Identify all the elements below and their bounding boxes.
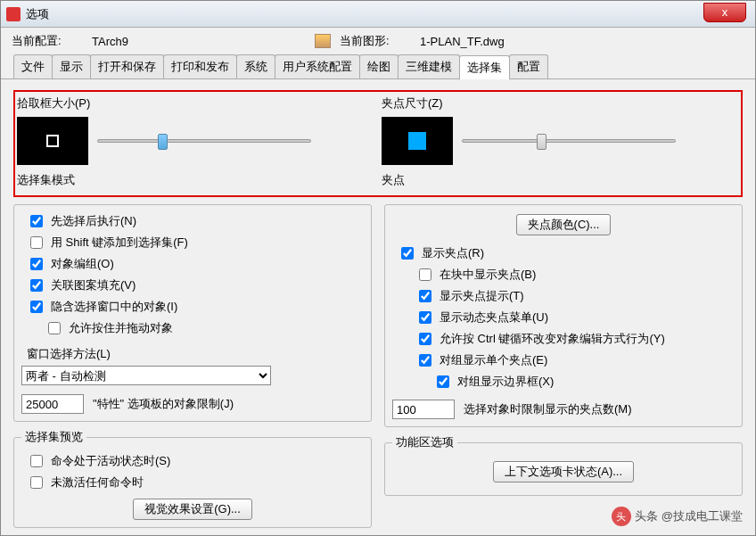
content <box>1 79 755 90</box>
config-row: 当前配置: TArch9 当前图形: 1-PLAN_TF.dwg <box>1 28 755 54</box>
visual-effect-button[interactable]: 视觉效果设置(G)... <box>133 499 252 520</box>
prop-limit-label: "特性" 选项板的对象限制(J) <box>93 396 234 412</box>
ribbon-options-group: 功能区选项 上下文选项卡状态(A)... <box>384 434 743 496</box>
grip-slider[interactable] <box>462 134 676 148</box>
window-title: 选项 <box>26 6 49 22</box>
context-tab-button[interactable]: 上下文选项卡状态(A)... <box>493 461 634 482</box>
tab-7[interactable]: 三维建模 <box>398 54 460 78</box>
lbl-shift: 用 Shift 键添加到选择集(F) <box>51 235 188 251</box>
titlebar: 选项 x <box>1 1 755 28</box>
current-profile-label: 当前配置: <box>12 33 83 49</box>
grip-limit-label: 选择对象时限制显示的夹点数(M) <box>464 401 632 417</box>
lbl-dyngripmenu: 显示动态夹点菜单(U) <box>440 309 548 326</box>
pickbox-slider[interactable] <box>97 134 311 148</box>
drawing-icon <box>315 34 331 48</box>
lbl-blockgrips: 在块中显示夹点(B) <box>440 267 536 283</box>
lbl-drag: 允许按住并拖动对象 <box>69 320 173 336</box>
pickbox-square-icon <box>46 135 59 147</box>
tabs: 文件显示打开和保存打印和发布系统用户系统配置绘图三维建模选择集配置 <box>1 54 755 79</box>
grip-size-label: 夹点尺寸(Z) <box>382 95 739 111</box>
chk-dyngripmenu[interactable] <box>419 311 431 324</box>
close-button[interactable]: x <box>703 3 746 22</box>
chk-showgrips[interactable] <box>401 247 414 260</box>
chk-hatch[interactable] <box>30 279 43 292</box>
lbl-hatch: 关联图案填充(V) <box>51 277 136 293</box>
chk-blockgrips[interactable] <box>419 268 431 281</box>
grips-group: 夹点颜色(C)... 显示夹点(R) 在块中显示夹点(B) 显示夹点提示(T) … <box>384 204 743 427</box>
options-window: 选项 x 当前配置: TArch9 当前图形: 1-PLAN_TF.dwg 文件… <box>0 0 756 536</box>
chk-active[interactable] <box>30 455 43 467</box>
lbl-griptips: 显示夹点提示(T) <box>440 288 524 304</box>
window-method-select[interactable]: 两者 - 自动检测 <box>21 366 271 385</box>
chk-noactive[interactable] <box>30 476 43 489</box>
current-profile-value: TArch9 <box>92 35 270 48</box>
grip-limit-input[interactable] <box>392 400 455 419</box>
window-method-label: 窗口选择方法(L) <box>27 346 364 362</box>
selection-preview-group: 选择集预览 命令处于活动状态时(S) 未激活任何命令时 视觉效果设置(G)... <box>13 429 372 528</box>
current-drawing-label: 当前图形: <box>340 33 411 49</box>
tab-9[interactable]: 配置 <box>509 54 548 78</box>
grip-color-button[interactable]: 夹点颜色(C)... <box>516 214 612 235</box>
chk-grouponegrip[interactable] <box>419 354 431 367</box>
tab-5[interactable]: 用户系统配置 <box>275 54 360 78</box>
tab-0[interactable]: 文件 <box>13 54 53 78</box>
selection-preview-label: 选择集预览 <box>21 429 86 445</box>
current-drawing-value: 1-PLAN_TF.dwg <box>420 35 598 48</box>
pickbox-size-label: 拾取框大小(P) <box>17 95 374 111</box>
tab-6[interactable]: 绘图 <box>359 54 399 78</box>
chk-shift[interactable] <box>30 236 43 249</box>
lbl-active: 命令处于活动状态时(S) <box>51 453 170 469</box>
tab-3[interactable]: 打印和发布 <box>163 54 237 78</box>
pickbox-preview <box>17 117 88 165</box>
ribbon-options-label: 功能区选项 <box>392 434 457 450</box>
lbl-implied: 隐含选择窗口中的对象(I) <box>51 299 177 315</box>
chk-ctrl[interactable] <box>419 333 431 345</box>
app-icon <box>6 7 21 21</box>
chk-group[interactable] <box>30 258 43 270</box>
highlight-box: 拾取框大小(P) 选择集模式 夹点尺寸(Z) 夹点 <box>13 90 743 197</box>
chk-implied[interactable] <box>30 301 43 313</box>
selection-mode-label: 选择集模式 <box>17 172 374 188</box>
chk-drag[interactable] <box>48 322 61 334</box>
lbl-groupbbox: 对组显示边界框(X) <box>457 374 554 390</box>
chk-griptips[interactable] <box>419 290 431 302</box>
grips-label: 夹点 <box>382 172 739 188</box>
lbl-grouponegrip: 对组显示单个夹点(E) <box>440 352 547 368</box>
chk-pickfirst[interactable] <box>30 215 43 227</box>
prop-limit-input[interactable] <box>21 394 84 414</box>
grip-preview <box>382 117 453 165</box>
lbl-showgrips: 显示夹点(R) <box>422 245 484 261</box>
grip-square-icon <box>408 132 426 150</box>
lbl-group: 对象编组(O) <box>51 256 114 272</box>
lbl-ctrl: 允许按 Ctrl 键循环改变对象编辑方式行为(Y) <box>440 331 665 347</box>
chk-groupbbox[interactable] <box>437 375 449 388</box>
lbl-noactive: 未激活任何命令时 <box>51 474 144 491</box>
tab-4[interactable]: 系统 <box>236 54 275 78</box>
tab-1[interactable]: 显示 <box>52 54 91 78</box>
lbl-pickfirst: 先选择后执行(N) <box>51 213 136 229</box>
tab-8[interactable]: 选择集 <box>459 55 510 79</box>
selection-mode-group: 先选择后执行(N) 用 Shift 键添加到选择集(F) 对象编组(O) 关联图… <box>13 204 372 422</box>
tab-2[interactable]: 打开和保存 <box>90 54 164 78</box>
